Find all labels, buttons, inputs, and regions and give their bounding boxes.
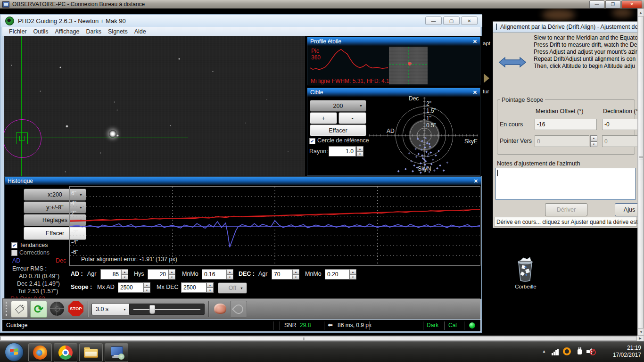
slider-thumb[interactable] xyxy=(149,305,155,314)
dec-mode-dropdown[interactable]: Off xyxy=(218,282,247,294)
trends-checkbox[interactable]: ✔ xyxy=(11,242,17,248)
slew-meridian-spinner[interactable]: ▲▼ xyxy=(590,135,597,147)
dec-mnmo-field[interactable]: 0.20 xyxy=(325,269,349,280)
text-cursor xyxy=(497,170,498,176)
star xyxy=(116,109,118,111)
svg-text:AD: AD xyxy=(387,128,395,134)
loop-exposure-button[interactable]: ⟳ xyxy=(30,301,47,318)
recycle-bin-label[interactable]: Corbeille xyxy=(509,284,542,289)
exposure-dropdown[interactable]: 3.0 s xyxy=(91,303,130,315)
svg-text:4": 4" xyxy=(71,200,76,206)
connect-camera-button[interactable] xyxy=(11,301,28,318)
menu-signets[interactable]: Signets xyxy=(108,28,128,35)
menu-darks[interactable]: Darks xyxy=(86,28,101,35)
desktop-icon-label-partial[interactable]: tur xyxy=(483,89,489,94)
star-profile-panel-titlebar[interactable]: Profile étoile ✕ xyxy=(307,37,480,46)
ad-mnmo-spinner[interactable]: ▲▼ xyxy=(226,269,233,280)
scope-prefix-label: Scope : xyxy=(71,284,92,290)
slew-meridian-field[interactable]: 0 xyxy=(535,135,589,147)
hys-field[interactable]: 20 xyxy=(148,269,168,280)
horizontal-scrollbar-thumb[interactable] xyxy=(0,336,637,341)
speaker-muted-icon[interactable] xyxy=(586,347,596,355)
start-button[interactable] xyxy=(5,343,24,362)
slew-declination-field[interactable]: 0 xyxy=(602,135,638,147)
camera-setup-button[interactable] xyxy=(230,301,247,318)
adjust-button[interactable]: Ajus xyxy=(615,203,638,216)
taskbar-explorer-button[interactable] xyxy=(79,343,103,362)
scroll-right-icon[interactable]: ▶ xyxy=(637,336,644,341)
phd2-titlebar[interactable]: PHD2 Guiding 2.6.3 - Newton + Mak 90 — ▢… xyxy=(0,15,482,27)
mxdec-field[interactable]: 2500 xyxy=(181,282,206,293)
star-profile-close-icon[interactable]: ✕ xyxy=(473,39,477,45)
menu-aide[interactable]: Aide xyxy=(134,28,146,35)
remote-desktop-icon: ↔ xyxy=(110,346,123,359)
desktop-icon-label-partial[interactable]: apt xyxy=(483,41,490,46)
tray-hidden-icons-button[interactable]: ▲ xyxy=(542,349,546,354)
taskbar-firefox-button[interactable] xyxy=(28,343,52,362)
vertical-scrollbar-thumb[interactable] xyxy=(638,16,644,329)
stretch-slider[interactable] xyxy=(129,304,205,315)
mxdec-spinner[interactable]: ▲▼ xyxy=(206,282,214,293)
tray-app-icon[interactable] xyxy=(563,347,571,355)
ad-mnmo-field[interactable]: 0.16 xyxy=(202,269,226,280)
taskbar-chrome-button[interactable] xyxy=(54,343,77,362)
menu-fichier[interactable]: Fichier xyxy=(9,28,27,35)
target-panel-title: Cible xyxy=(310,89,323,96)
taskbar-remote-desktop-button[interactable]: ↔ xyxy=(105,343,128,362)
dialog-statusbar: Dérive en cours... cliquez sur Ajuster q… xyxy=(494,217,637,227)
network-signal-icon[interactable] xyxy=(552,348,560,355)
phd2-minimize-button[interactable]: — xyxy=(425,16,442,25)
menu-outils[interactable]: Outils xyxy=(33,28,49,35)
target-clear-button[interactable]: Effacer xyxy=(310,124,366,136)
radius-field[interactable]: 1.0 xyxy=(329,146,356,156)
phd2-maximize-button[interactable]: ▢ xyxy=(443,16,460,25)
history-panel-titlebar[interactable]: Historique ✕ xyxy=(5,177,481,185)
azimuth-notes-textarea[interactable] xyxy=(495,168,636,200)
power-plug-icon[interactable] xyxy=(576,347,584,355)
phd2-statusbar: Guidage SNR 29.8 ⬅ 86 ms, 0.9 px Dark Ca… xyxy=(2,320,480,331)
dec-agr-field[interactable]: 70 xyxy=(272,269,292,280)
remote-minimize-button[interactable]: — xyxy=(589,0,604,8)
snr-value: 29.8 xyxy=(300,322,311,329)
drift-button[interactable]: Dériver xyxy=(545,203,587,216)
toolbar-grip[interactable] xyxy=(6,302,8,316)
star xyxy=(59,66,61,68)
stop-button[interactable]: STOP xyxy=(68,301,84,317)
mxad-field[interactable]: 2500 xyxy=(118,282,143,293)
scroll-down-icon[interactable]: ▼ xyxy=(638,329,644,335)
scroll-up-icon[interactable]: ▲ xyxy=(638,9,644,16)
reference-circle-checkbox[interactable]: ✔ xyxy=(309,138,315,144)
star-profile-chart xyxy=(309,47,388,77)
remote-close-button[interactable]: ✕ xyxy=(621,0,642,8)
hys-spinner[interactable]: ▲▼ xyxy=(168,269,175,280)
brain-settings-button[interactable] xyxy=(212,301,228,317)
radius-spinner[interactable]: ▲▼ xyxy=(356,146,363,156)
vertical-scrollbar[interactable]: ▲ ▼ xyxy=(637,8,644,336)
star-profile-panel-title: Profile étoile xyxy=(310,38,341,45)
target-zoom-out-button[interactable]: - xyxy=(339,112,366,124)
remote-restore-button[interactable]: ❐ xyxy=(605,0,620,8)
drift-align-titlebar[interactable]: Alignement par la Dérive (Drift Align) -… xyxy=(493,22,638,33)
horizontal-scrollbar[interactable]: ▶ xyxy=(0,336,644,341)
guide-button[interactable] xyxy=(49,301,65,317)
recycle-bin-icon[interactable] xyxy=(513,256,537,283)
dec-agr-spinner[interactable]: ▲▼ xyxy=(292,269,299,280)
mxad-spinner[interactable]: ▲▼ xyxy=(143,282,150,293)
star xyxy=(65,171,66,173)
desktop-icon-partial[interactable] xyxy=(484,74,489,83)
clock[interactable]: 21:19 17/02/2017 xyxy=(599,345,641,359)
guide-camera-image[interactable] xyxy=(4,36,305,176)
svg-text:1.5": 1.5" xyxy=(426,107,436,114)
target-zoom-in-button[interactable]: + xyxy=(310,112,337,124)
menu-affichage[interactable]: Affichage xyxy=(55,28,79,35)
current-row-label: En cours xyxy=(500,121,523,128)
target-zoom-dropdown[interactable]: 200 xyxy=(310,100,366,112)
hys-label: Hys xyxy=(134,271,144,277)
dec-mnmo-spinner[interactable]: ▲▼ xyxy=(349,269,356,280)
corrections-checkbox[interactable] xyxy=(11,250,17,256)
phd2-close-button[interactable]: ✕ xyxy=(461,16,478,25)
ad-agr-field[interactable]: 85 xyxy=(100,269,121,280)
history-panel-close-icon[interactable]: ✕ xyxy=(474,178,478,184)
ad-agr-spinner[interactable]: ▲▼ xyxy=(121,269,128,280)
guiding-history-chart: 6"4"2"-2"-4"-6" xyxy=(69,186,480,266)
